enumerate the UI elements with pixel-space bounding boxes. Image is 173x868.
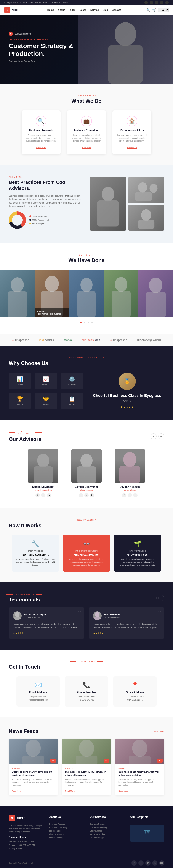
advisor-linkedin-btn-2[interactable]: in — [90, 493, 94, 497]
nav-home[interactable]: Home — [47, 9, 54, 11]
testimonial-person-info-1: Murilla De Aragon Founder & Director — [24, 613, 46, 618]
services-label: Services — [64, 383, 80, 386]
logo-icon: N — [4, 7, 10, 13]
git-title-address: Office Address — [117, 691, 153, 694]
address-icon: 📍 — [117, 682, 153, 689]
footer-rss-btn[interactable]: rss — [159, 861, 164, 866]
footer-map: 🗺 — [130, 825, 165, 842]
svg-point-27 — [95, 612, 99, 617]
advisor-linkedin-btn-1[interactable]: in — [47, 493, 51, 497]
portfolio-item-5[interactable]: Finance Portfolio Item 5 — [139, 270, 173, 317]
news-read-more-1[interactable]: Read More — [12, 790, 21, 792]
portfolio-grid: Finance Portfolio Item 1 Finance Hillix … — [0, 270, 173, 317]
reports-icon: 📋 — [64, 396, 80, 402]
footer-about-link-4[interactable]: Finance Planning — [49, 833, 83, 835]
nav-links: Home About Pages Cases Service Blog Cont… — [47, 9, 121, 11]
advisors-next-button[interactable]: → — [158, 433, 164, 439]
best-practices-title: Best Practices From Cool Advisors. — [9, 179, 83, 192]
footer-service-link-2[interactable]: Business Consulting — [90, 826, 124, 829]
testimonial-stars-1: ★★★★★ — [13, 632, 80, 634]
news-read-more-2[interactable]: Read More — [65, 790, 75, 792]
portfolio-item-3[interactable]: Finance Portfolio Item 3 — [69, 270, 104, 317]
advisors-prev-button[interactable]: ← — [150, 433, 156, 439]
news-feeds-section: News Feeds More Posts 28 BUSINESS Busine… — [0, 717, 173, 806]
best-practices-label: ABOUT US — [9, 176, 83, 178]
footer-about-link-1[interactable]: Business Research — [49, 823, 83, 825]
advisor-facebook-btn-2[interactable]: f — [79, 493, 83, 497]
advisor-twitter-btn-2[interactable]: t — [84, 493, 89, 497]
footer-linkedin-btn[interactable]: in — [152, 861, 157, 866]
footer-service-link-1[interactable]: Business Research — [90, 823, 124, 825]
portfolio-item-2[interactable]: Finance Hillix Marko Polo Busines — [34, 270, 69, 317]
news-read-more-3[interactable]: Read More — [118, 790, 128, 792]
footer-gplus-btn[interactable]: g+ — [145, 861, 150, 866]
footer-facebook-btn[interactable]: f — [131, 861, 137, 866]
nav-pages[interactable]: Pages — [69, 9, 75, 11]
testimonials-next-button[interactable]: → — [158, 595, 164, 601]
more-posts-link[interactable]: More Posts — [153, 730, 164, 732]
testimonials-prev-button[interactable]: ← — [150, 595, 156, 601]
portfolio-dot-3[interactable] — [88, 321, 89, 323]
footer-service-link-4[interactable]: Finance Planning — [90, 833, 124, 835]
footer-twitter-btn[interactable]: t — [139, 861, 144, 866]
awards-label: Awards — [12, 403, 28, 405]
news-grid: 28 BUSINESS Business consultancy develop… — [9, 739, 164, 796]
portfolio-dot-4[interactable] — [92, 321, 93, 323]
advisor-twitter-btn-1[interactable]: t — [41, 493, 45, 497]
svg-point-33 — [132, 740, 147, 757]
advisor-facebook-btn-3[interactable]: f — [122, 493, 126, 497]
testimonial-person-img-1 — [13, 611, 22, 620]
footer-about-link-2[interactable]: Business Consulting — [49, 826, 83, 829]
nav-about[interactable]: About — [58, 9, 65, 11]
git-title-phone: Phoner Number — [68, 691, 105, 694]
advisor-linkedin-btn-3[interactable]: in — [133, 493, 138, 497]
advisors-title: Our Advisors — [9, 436, 41, 442]
portfolio-item-4[interactable]: Finance Portfolio Item 4 — [104, 270, 139, 317]
portfolio-item-1[interactable]: Finance Portfolio Item 1 — [0, 270, 34, 317]
nav-contact[interactable]: Contact — [112, 9, 121, 11]
svg-point-4 — [138, 182, 147, 192]
news-date-1: 28 — [50, 759, 56, 763]
nav-cases[interactable]: Cases — [79, 9, 86, 11]
svg-rect-1 — [108, 45, 143, 84]
advisor-title-3: Senior Advisor — [110, 489, 149, 491]
testimonial-person-img-2 — [93, 611, 102, 620]
partner-icon: 🤝 — [38, 396, 54, 402]
testimonial-text-1: Business research is a study of unique m… — [13, 623, 80, 629]
topbar-phone: +91 1234 567 8900 — [29, 1, 48, 4]
hero-person-silhouette — [78, 15, 173, 84]
cart-icon[interactable]: 🛒 — [152, 8, 156, 12]
portfolio-dot-2[interactable] — [84, 321, 85, 323]
read-more-insurance[interactable]: Read More — [127, 147, 137, 149]
footer-service-link-5[interactable]: Market Strategy — [90, 837, 124, 839]
footer-service-link-3[interactable]: Life Insurance — [90, 830, 124, 832]
facebook-icon[interactable] — [145, 1, 148, 4]
google-plus-icon[interactable] — [155, 1, 158, 4]
language-select[interactable]: EN▾ — [158, 8, 169, 12]
logo[interactable]: N NIOBS — [4, 7, 22, 13]
twitter-icon[interactable] — [150, 1, 153, 4]
partner-bloomberg: BloombergBusiness — [137, 338, 161, 342]
portfolio-dot-1[interactable] — [80, 321, 81, 323]
advisor-facebook-btn-1[interactable]: f — [35, 493, 40, 497]
why-choose-title: Why Choose Us — [9, 360, 164, 366]
footer-about-link-5[interactable]: Market Strategy — [49, 837, 83, 839]
rss-icon[interactable] — [165, 1, 169, 4]
linkedin-icon[interactable] — [160, 1, 164, 4]
read-more-consulting[interactable]: Read More — [82, 147, 92, 149]
news-content-2: FINANCE Business consultancy investment … — [62, 765, 111, 796]
research-icon: 🔍 — [36, 116, 47, 126]
legend-dot-2 — [29, 219, 31, 221]
nav-blog[interactable]: Blog — [103, 9, 108, 11]
nav-service[interactable]: Service — [91, 9, 99, 11]
footer-hours-title: Opening Hours — [9, 836, 43, 838]
hero-section: bootstrapmb.com BUSINESS MAKER PARTNER F… — [0, 15, 173, 84]
search-icon[interactable]: 🔍 — [146, 8, 150, 12]
hiw-icon-1: 🔧 — [15, 540, 56, 547]
reports-label: Reports — [64, 403, 80, 405]
footer-about-link-3[interactable]: Life Insurance — [49, 830, 83, 832]
read-more-research[interactable]: Read More — [36, 147, 46, 149]
advisor-img-1 — [28, 449, 58, 483]
advisor-title-1: Normal Discussions — [24, 489, 63, 491]
advisor-twitter-btn-3[interactable]: t — [128, 493, 132, 497]
